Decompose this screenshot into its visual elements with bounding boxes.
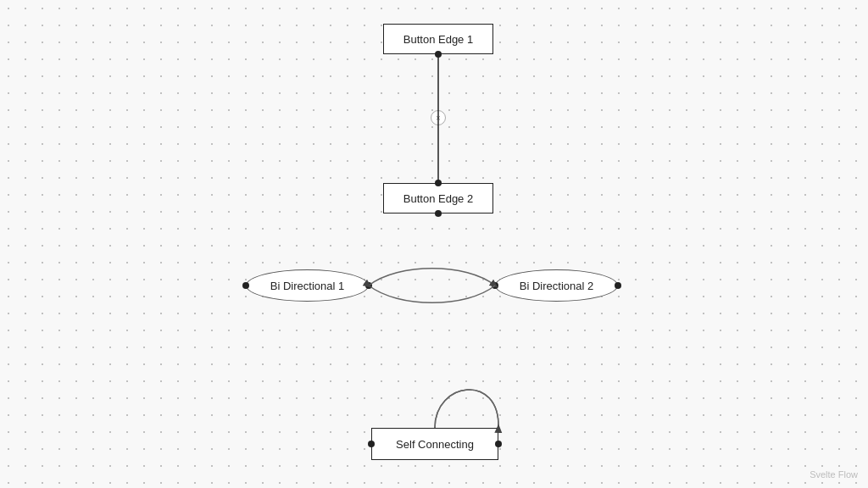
branding-label: Svelte Flow [810,469,858,480]
edges-layer [0,0,868,488]
